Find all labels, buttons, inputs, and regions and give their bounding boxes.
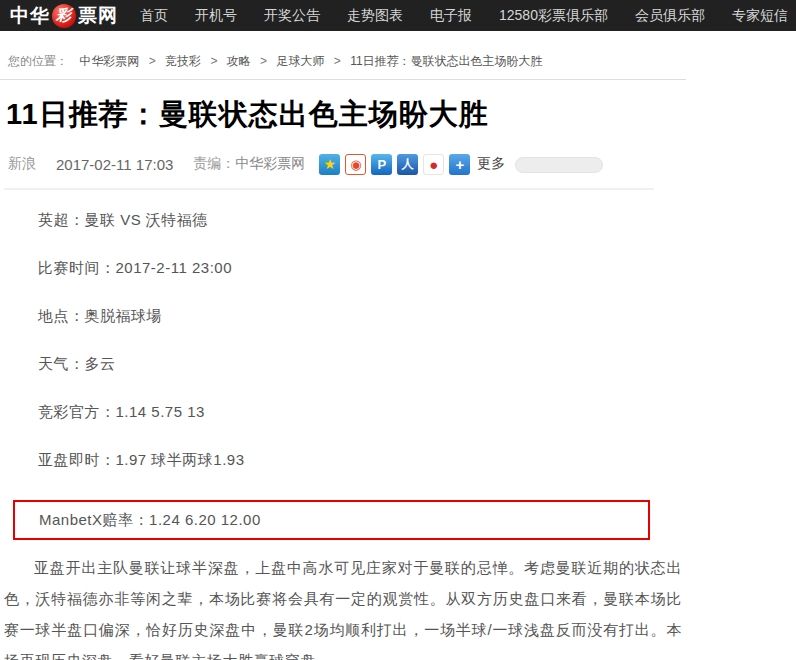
breadcrumb-prefix: 您的位置： bbox=[8, 54, 68, 68]
nav-item-kaijihao[interactable]: 开机号 bbox=[195, 7, 237, 25]
logo-text-prefix: 中华 bbox=[10, 3, 50, 29]
breadcrumb-separator: > bbox=[334, 54, 341, 68]
share-bar: ★ ◉ P 人 ● + 更多 bbox=[319, 154, 603, 175]
editor-name: 中华彩票网 bbox=[235, 155, 305, 173]
info-line-official-odds: 竞彩官方：1.14 5.75 13 bbox=[38, 404, 796, 420]
nav-item-expert-sms[interactable]: 专家短信 bbox=[732, 7, 788, 25]
breadcrumb-link-football-master[interactable]: 足球大师 bbox=[276, 54, 324, 68]
nav-item-epaper[interactable]: 电子报 bbox=[430, 7, 472, 25]
article-meta-row: 新浪 2017-02-11 17:03 责编： 中华彩票网 ★ ◉ P 人 ● … bbox=[8, 153, 796, 175]
breadcrumb-link-gonglue[interactable]: 攻略 bbox=[227, 54, 251, 68]
breadcrumb: 您的位置： 中华彩票网 > 竞技彩 > 攻略 > 足球大师 > 11日推荐：曼联… bbox=[0, 31, 796, 70]
nav-item-member-club[interactable]: 会员俱乐部 bbox=[635, 7, 705, 25]
breadcrumb-link-home[interactable]: 中华彩票网 bbox=[79, 54, 139, 68]
breadcrumb-divider bbox=[0, 79, 686, 80]
red-circle-share-icon[interactable]: ● bbox=[423, 154, 444, 175]
publish-datetime: 2017-02-11 17:03 bbox=[56, 156, 173, 173]
site-logo[interactable]: 中华 彩 票网 bbox=[10, 3, 118, 29]
top-navbar: 中华 彩 票网 首页 开机号 开奖公告 走势图表 电子报 12580彩票俱乐部 … bbox=[0, 0, 796, 31]
qzone-share-icon[interactable]: ★ bbox=[319, 154, 340, 175]
breadcrumb-separator: > bbox=[260, 54, 267, 68]
info-line-league: 英超：曼联 VS 沃特福德 bbox=[38, 212, 796, 228]
more-share-plus-icon[interactable]: + bbox=[449, 154, 470, 175]
breadcrumb-separator: > bbox=[149, 54, 156, 68]
breadcrumb-current: 11日推荐：曼联状态出色主场盼大胜 bbox=[350, 54, 542, 68]
more-share-label[interactable]: 更多 bbox=[477, 155, 505, 173]
manbetx-odds-text: ManbetX赔率：1.24 6.20 12.00 bbox=[39, 511, 261, 528]
manbetx-odds-highlight-box: ManbetX赔率：1.24 6.20 12.00 bbox=[13, 500, 650, 540]
logo-text-suffix: 票网 bbox=[78, 3, 118, 29]
sina-weibo-share-icon[interactable]: ◉ bbox=[345, 154, 366, 175]
analysis-paragraph: 亚盘开出主队曼联让球半深盘，上盘中高水可见庄家对于曼联的忌惮。考虑曼联近期的状态… bbox=[4, 552, 682, 660]
info-line-weather: 天气：多云 bbox=[38, 356, 796, 372]
logo-red-circle-icon: 彩 bbox=[52, 4, 76, 28]
nav-item-draw-announcements[interactable]: 开奖公告 bbox=[264, 7, 320, 25]
renren-share-icon[interactable]: 人 bbox=[397, 154, 418, 175]
page: 中华 彩 票网 首页 开机号 开奖公告 走势图表 电子报 12580彩票俱乐部 … bbox=[0, 0, 796, 660]
share-count-bubble bbox=[515, 157, 603, 173]
nav-item-12580-club[interactable]: 12580彩票俱乐部 bbox=[499, 7, 608, 25]
article-body: 英超：曼联 VS 沃特福德 比赛时间：2017-2-11 23:00 地点：奥脱… bbox=[0, 212, 796, 660]
info-line-asian-handicap: 亚盘即时：1.97 球半两球1.93 bbox=[38, 452, 796, 468]
info-line-match-time: 比赛时间：2017-2-11 23:00 bbox=[38, 260, 796, 276]
tencent-weibo-share-icon[interactable]: P bbox=[371, 154, 392, 175]
info-line-venue: 地点：奥脱福球場 bbox=[38, 308, 796, 324]
meta-divider bbox=[4, 188, 654, 190]
nav-item-trend-charts[interactable]: 走势图表 bbox=[347, 7, 403, 25]
editor-label: 责编： bbox=[193, 155, 235, 173]
page-title: 11日推荐：曼联状态出色主场盼大胜 bbox=[6, 97, 796, 131]
source-label: 新浪 bbox=[8, 155, 36, 173]
nav-item-home[interactable]: 首页 bbox=[140, 7, 168, 25]
breadcrumb-link-jingjicai[interactable]: 竞技彩 bbox=[165, 54, 201, 68]
breadcrumb-separator: > bbox=[210, 54, 217, 68]
